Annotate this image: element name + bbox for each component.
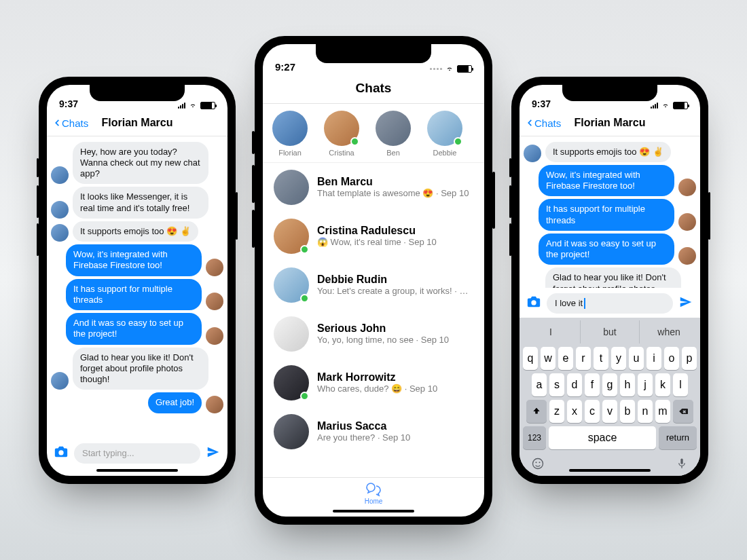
send-button[interactable] [678,295,693,312]
key-x[interactable]: x [567,400,582,423]
chat-row[interactable]: Marius SaccaAre you there? · Sep 10 [263,407,484,456]
home-indicator[interactable] [333,510,414,512]
avatar[interactable] [524,145,541,162]
back-button[interactable]: Chats [52,117,88,129]
message-out[interactable]: It has support for multiple threads [51,279,223,311]
key-k[interactable]: k [655,373,670,396]
key-y[interactable]: y [611,347,626,370]
key-i[interactable]: i [646,347,661,370]
camera-button[interactable] [526,295,541,312]
camera-button[interactable] [54,445,69,462]
key-p[interactable]: p [682,347,697,370]
avatar[interactable] [51,224,69,242]
story-item[interactable]: Ben [376,111,411,157]
key-v[interactable]: v [602,400,617,423]
message-in[interactable]: It supports emojis too 😍 ✌️ [524,142,696,162]
avatar[interactable] [51,166,69,184]
avatar[interactable] [678,179,696,196]
chat-row[interactable]: Serious JohnYo, yo, long time, no see · … [263,310,484,358]
dictation-icon[interactable] [675,457,689,470]
key-l[interactable]: l [673,373,688,396]
message-in[interactable]: Glad to hear you like it! Don't forget a… [524,267,696,287]
avatar[interactable] [206,259,223,276]
message-out[interactable]: Great job! [51,392,223,413]
key-d[interactable]: d [567,373,582,396]
back-button[interactable]: Chats [525,117,561,129]
message-in[interactable]: Hey, how are you today? Wanna check out … [51,142,223,185]
key-z[interactable]: z [549,400,564,423]
story-item[interactable]: Debbie [427,111,462,157]
key-t[interactable]: t [594,347,608,370]
message-bubble: Glad to hear you like it! Don't forget a… [545,267,681,287]
home-indicator[interactable] [96,469,178,472]
chat-row[interactable]: Mark HorrowitzWho cares, dude? 😄 · Sep 1… [263,358,484,407]
key-w[interactable]: w [541,347,555,370]
key-h[interactable]: h [620,373,635,396]
avatar[interactable] [678,213,696,231]
message-in[interactable]: It looks like Messenger, it is real time… [51,187,223,219]
avatar[interactable] [274,267,309,303]
key-u[interactable]: u [629,347,644,370]
chat-row[interactable]: Cristina Radulescu😱 Wow, it's real time … [263,212,484,261]
message-out[interactable]: It has support for multiple threads [524,199,696,231]
chat-row[interactable]: Ben MarcuThat template is awesome 😍 · Se… [263,163,484,212]
avatar[interactable] [274,316,309,352]
message-input[interactable]: Start typing... [74,443,200,464]
key-c[interactable]: c [585,400,600,423]
message-out[interactable]: Wow, it's integrated with Firebase Fires… [51,244,223,276]
send-button[interactable] [206,445,221,462]
avatar[interactable] [206,396,223,413]
chat-row[interactable]: Debbie RudinYou: Let's create a group, i… [263,261,484,310]
home-indicator[interactable] [569,469,651,472]
chat-icon [365,481,382,497]
avatar[interactable] [51,201,69,219]
avatar[interactable] [51,372,69,390]
message-out[interactable]: And it was so easy to set up the project… [51,313,223,345]
chat-list[interactable]: Ben MarcuThat template is awesome 😍 · Se… [263,163,484,477]
key-g[interactable]: g [602,373,617,396]
message-in[interactable]: It supports emojis too 😍 ✌️ [51,221,223,242]
key-a[interactable]: a [532,373,547,396]
key-j[interactable]: j [638,373,653,396]
message-list[interactable]: It supports emojis too 😍 ✌️Wow, it's int… [520,136,700,288]
presence-dot [300,294,309,303]
avatar[interactable] [678,247,696,265]
numbers-key[interactable]: 123 [523,426,546,449]
presence-dot [454,137,462,146]
key-o[interactable]: o [664,347,679,370]
shift-icon [532,407,541,416]
message-out[interactable]: And it was so easy to set up the project… [524,234,696,265]
presence-dot [300,245,309,254]
avatar[interactable] [274,170,309,205]
key-n[interactable]: n [638,400,653,423]
back-label: Chats [62,117,88,129]
key-s[interactable]: s [549,373,564,396]
message-input[interactable]: I love it [547,293,673,314]
key-e[interactable]: e [558,347,573,370]
key-r[interactable]: r [576,347,591,370]
story-row[interactable]: FlorianCristinaBenDebbie [263,104,484,163]
emoji-icon[interactable] [531,457,545,470]
backspace-key[interactable] [673,400,693,423]
avatar[interactable] [206,293,223,310]
key-f[interactable]: f [585,373,600,396]
shift-key[interactable] [526,400,547,423]
story-item[interactable]: Cristina [324,111,359,157]
return-key[interactable]: return [659,426,697,449]
keyboard-suggestion[interactable]: but [580,320,639,343]
message-in[interactable]: Glad to hear you like it! Don't forget a… [51,348,223,390]
key-q[interactable]: q [523,347,538,370]
avatar[interactable] [274,219,309,254]
avatar[interactable] [274,414,309,449]
avatar[interactable] [274,365,309,400]
keyboard-suggestion[interactable]: I [522,320,580,343]
tab-home[interactable]: Home [365,481,383,505]
message-out[interactable]: Wow, it's integrated with Firebase Fires… [524,165,696,197]
keyboard-suggestion[interactable]: when [639,320,698,343]
key-m[interactable]: m [655,400,670,423]
avatar[interactable] [206,327,223,345]
story-item[interactable]: Florian [272,111,308,157]
message-list[interactable]: Hey, how are you today? Wanna check out … [47,136,227,438]
key-b[interactable]: b [620,400,635,423]
space-key[interactable]: space [549,426,656,449]
